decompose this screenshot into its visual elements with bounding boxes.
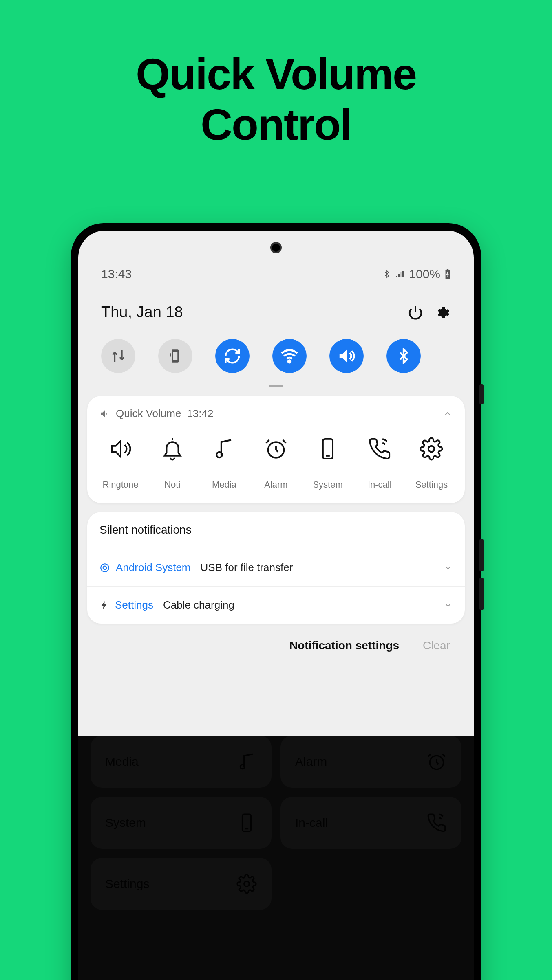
chevron-down-icon[interactable]: [444, 563, 453, 572]
bg-tile-alarm[interactable]: Alarm: [280, 736, 461, 788]
qv-system[interactable]: System: [303, 437, 352, 490]
notification-shade: 13:43 100% Thu, Jan 18: [78, 231, 474, 736]
qv-time: 13:42: [187, 407, 213, 420]
silent-notifications-card: Silent notifications Android System USB …: [87, 512, 465, 624]
svg-rect-10: [170, 353, 171, 357]
android-system-icon: [99, 563, 110, 573]
toggle-sidekey[interactable]: [158, 339, 192, 373]
toggle-rotate[interactable]: [215, 339, 250, 373]
bg-tile-media[interactable]: Media: [91, 736, 272, 788]
phone-call-icon: [426, 813, 447, 833]
toggle-wifi[interactable]: [272, 339, 307, 373]
signal-icon: [395, 269, 405, 279]
battery-charging-icon: [444, 269, 451, 279]
battery-level: 100%: [409, 267, 440, 281]
svg-point-11: [288, 360, 291, 363]
bg-tile-system[interactable]: System: [91, 797, 272, 849]
svg-rect-7: [402, 271, 404, 277]
notification-settings-button[interactable]: Notification settings: [289, 639, 399, 652]
toggle-sound[interactable]: [329, 339, 364, 373]
notification-row[interactable]: Settings Cable charging: [87, 586, 465, 624]
svg-rect-6: [400, 272, 402, 277]
phone-frame: Media Alarm System In-call Settings: [71, 223, 481, 980]
music-note-icon: [236, 751, 257, 772]
gear-icon[interactable]: [436, 305, 451, 320]
background-app: Media Alarm System In-call Settings: [78, 736, 474, 980]
chevron-down-icon[interactable]: [444, 601, 453, 610]
shade-footer: Notification settings Clear: [78, 624, 474, 668]
phone-device-icon: [236, 813, 257, 833]
promo-title: Quick Volume Control: [0, 49, 552, 150]
qv-alarm[interactable]: Alarm: [252, 437, 300, 490]
qv-media[interactable]: Media: [200, 437, 249, 490]
svg-point-15: [428, 446, 435, 452]
gear-icon: [236, 874, 257, 894]
shade-handle[interactable]: [269, 385, 283, 387]
qv-settings[interactable]: Settings: [407, 437, 456, 490]
silent-title: Silent notifications: [87, 512, 465, 549]
toggle-bluetooth[interactable]: [386, 339, 421, 373]
quick-volume-card: Quick Volume 13:42 Ringtone Noti: [87, 396, 465, 503]
alarm-clock-icon: [426, 751, 447, 772]
svg-point-0: [240, 765, 244, 769]
bg-tile-incall[interactable]: In-call: [280, 797, 461, 849]
toggle-data[interactable]: [101, 339, 135, 373]
svg-point-17: [103, 566, 107, 569]
quick-toggles: [78, 321, 474, 373]
svg-point-16: [101, 564, 109, 572]
bluetooth-icon: [383, 269, 391, 279]
qv-app-name: Quick Volume: [116, 407, 181, 420]
chevron-up-icon[interactable]: [443, 409, 453, 419]
qv-ringtone[interactable]: Ringtone: [96, 437, 145, 490]
status-time: 13:43: [101, 267, 132, 281]
status-bar: 13:43 100%: [78, 231, 474, 281]
clear-button[interactable]: Clear: [423, 639, 450, 652]
shade-date: Thu, Jan 18: [101, 303, 183, 321]
bg-tile-settings[interactable]: Settings: [91, 858, 272, 910]
svg-rect-4: [396, 276, 397, 277]
notification-row[interactable]: Android System USB for file transfer: [87, 549, 465, 586]
svg-rect-5: [398, 274, 400, 277]
bolt-icon: [99, 600, 109, 610]
qv-noti[interactable]: Noti: [148, 437, 197, 490]
svg-point-3: [244, 881, 250, 887]
camera-cutout: [270, 242, 282, 253]
qv-incall[interactable]: In-call: [355, 437, 404, 490]
power-icon[interactable]: [408, 305, 423, 320]
svg-rect-9: [447, 269, 448, 270]
volume-icon: [99, 409, 110, 419]
